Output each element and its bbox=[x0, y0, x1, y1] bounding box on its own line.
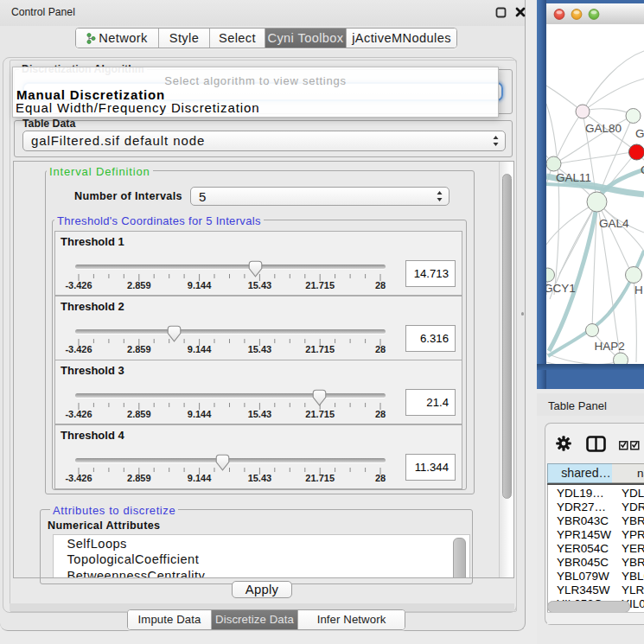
svg-text:GA: GA bbox=[635, 127, 644, 140]
svg-text:C: C bbox=[641, 163, 644, 176]
svg-text:HAP2: HAP2 bbox=[595, 340, 625, 353]
svg-text:GAL80: GAL80 bbox=[585, 122, 622, 135]
svg-text:GAL11: GAL11 bbox=[556, 171, 591, 184]
svg-text:GAL4: GAL4 bbox=[599, 217, 629, 230]
svg-text:H: H bbox=[634, 284, 643, 296]
svg-text:GCY1: GCY1 bbox=[546, 282, 576, 295]
